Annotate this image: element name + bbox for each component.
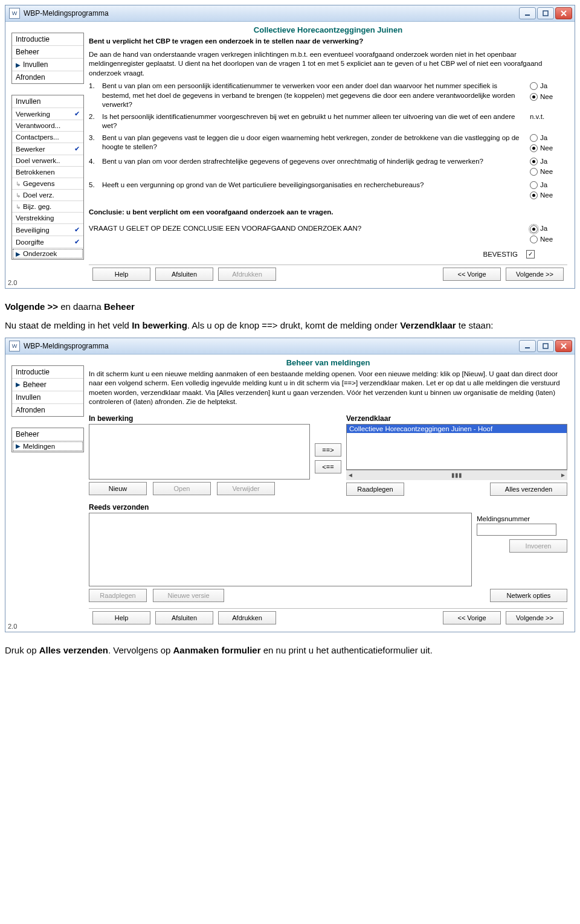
next-button[interactable]: Volgende >> [506, 268, 564, 281]
nav-sub-bijzgeg[interactable]: ↳Bijz. geg. [12, 201, 83, 213]
check-icon: ✔ [74, 110, 80, 118]
question-4: 4. Bent u van plan om voor derden strafr… [89, 157, 567, 178]
nav-sub-bewerker[interactable]: Bewerker✔ [12, 143, 83, 155]
subarrow-icon: ↳ [16, 181, 21, 187]
move-left-button[interactable]: <== [315, 460, 341, 473]
check-icon: ✔ [74, 238, 80, 246]
q4-nee[interactable]: Nee [530, 167, 567, 177]
afsluiten-button[interactable]: Afsluiten [155, 611, 213, 624]
nav-item-beheer[interactable]: Beheer [12, 46, 83, 59]
nieuwe-versie-button[interactable]: Nieuwe versie [153, 589, 224, 602]
afdrukken-button[interactable]: Afdrukken [218, 268, 276, 281]
svg-rect-2 [525, 347, 530, 348]
help-button[interactable]: Help [92, 268, 150, 281]
question-title: Bent u verplicht het CBP te vragen een o… [89, 37, 567, 47]
next-button[interactable]: Volgende >> [506, 611, 564, 624]
q1-nee[interactable]: Nee [530, 92, 567, 102]
minimize-button[interactable] [519, 7, 536, 19]
prev-button[interactable]: << Vorige [443, 611, 501, 624]
nav-sub-beveiliging[interactable]: Beveiliging✔ [12, 224, 83, 236]
q1-ja[interactable]: Ja [530, 82, 567, 91]
list-in-bewerking[interactable] [89, 424, 310, 480]
window-onderzoek: W WBP-Meldingsprogramma 2.0 Introductie … [5, 5, 575, 289]
nav-item-introductie[interactable]: Introductie [12, 33, 83, 46]
question-3: 3. Bent u van plan gegevens vast te legg… [89, 133, 567, 155]
afdrukken-button[interactable]: Afdrukken [218, 611, 276, 624]
afsluiten-button[interactable]: Afsluiten [155, 268, 213, 281]
final-nee[interactable]: Nee [530, 235, 567, 245]
help-button[interactable]: Help [92, 611, 150, 624]
maximize-button[interactable] [537, 7, 554, 19]
instruction-3: Druk op Alles verzenden. Vervolgens op A… [5, 644, 575, 656]
maximize-button[interactable] [537, 340, 554, 352]
label-verzendklaar: Verzendklaar [346, 414, 567, 423]
confirm-checkbox[interactable] [526, 250, 535, 258]
nav-sub-meldingen[interactable]: ▶Meldingen [12, 441, 83, 452]
raadplegen2-button[interactable]: Raadplegen [89, 589, 147, 602]
nav-sub-doelverz[interactable]: ↳Doel verz. [12, 190, 83, 201]
list-reeds-verzonden[interactable] [89, 513, 472, 586]
nav-sub-verwerking[interactable]: Verwerking✔ [12, 108, 83, 120]
nav-sub-header: Invullen [12, 95, 83, 108]
q3-ja[interactable]: Ja [530, 133, 567, 143]
verwijder-button[interactable]: Verwijder [217, 482, 275, 495]
version-label: 2.0 [8, 279, 17, 286]
scroll-right-icon[interactable]: ► [560, 472, 566, 478]
window-title: WBP-Meldingsprogramma [24, 9, 109, 18]
intro-text: De aan de hand van onderstaande vragen v… [89, 50, 567, 79]
open-button[interactable]: Open [153, 482, 211, 495]
titlebar[interactable]: W WBP-Meldingsprogramma [5, 338, 575, 355]
move-right-button[interactable]: ==> [315, 443, 341, 457]
check-icon: ✔ [74, 226, 80, 234]
q4-ja[interactable]: Ja [530, 157, 567, 167]
scroll-left-icon[interactable]: ◄ [347, 472, 353, 478]
nav-item-invullen[interactable]: ▶Invullen [12, 59, 83, 71]
nav-item-invullen[interactable]: Invullen [12, 391, 83, 404]
invoeren-button[interactable]: Invoeren [509, 539, 567, 553]
question-5: 5. Heeft u een vergunning op grond van d… [89, 181, 567, 202]
nieuw-button[interactable]: Nieuw [89, 482, 147, 495]
question-1: 1. Bent u van plan om een persoonlijk id… [89, 82, 567, 110]
list-verzendklaar[interactable]: Collectieve Horecaontzeggingen Juinen - … [346, 424, 567, 470]
alles-verzenden-button[interactable]: Alles verzenden [490, 483, 567, 496]
page-header: Collectieve Horecaontzeggingen Juinen [89, 24, 567, 37]
app-icon: W [9, 8, 20, 19]
nav-sub-onderzoek[interactable]: ▶Onderzoek [12, 248, 83, 259]
label-reeds-verzonden: Reeds verzonden [89, 503, 567, 512]
nav-item-afronden[interactable]: Afronden [12, 71, 83, 83]
svg-rect-0 [525, 14, 530, 16]
horizontal-scrollbar[interactable]: ◄▮▮▮► [346, 470, 567, 480]
q5-nee[interactable]: Nee [530, 191, 567, 201]
conclusion: Conclusie: u bent verplicht om een voora… [89, 208, 567, 217]
meldingsnummer-input[interactable] [477, 524, 556, 536]
nav-sub-betrokkenen[interactable]: Betrokkenen [12, 167, 83, 178]
nav-sub-gegevens[interactable]: ↳Gegevens [12, 178, 83, 190]
prev-button[interactable]: << Vorige [443, 268, 501, 281]
q5-ja[interactable]: Ja [530, 181, 567, 190]
nav-sub-verantwoord[interactable]: Verantwoord... [12, 120, 83, 132]
subarrow-icon: ↳ [16, 204, 21, 210]
q3-nee[interactable]: Nee [530, 144, 567, 153]
nav-sub-header: Beheer [12, 428, 83, 441]
nav-item-introductie[interactable]: Introductie [12, 366, 83, 379]
nav-sub-verstrekking[interactable]: Verstrekking [12, 213, 83, 224]
raadplegen-button[interactable]: Raadplegen [346, 483, 404, 496]
minimize-button[interactable] [519, 340, 536, 352]
nav-sub-doelverwerk[interactable]: Doel verwerk.. [12, 155, 83, 167]
nav-sub-doorgifte[interactable]: Doorgifte✔ [12, 236, 83, 248]
list-item[interactable]: Collectieve Horecaontzeggingen Juinen - … [347, 425, 567, 433]
nav-item-beheer[interactable]: ▶Beheer [12, 379, 83, 391]
nav-main: Introductie ▶Beheer Invullen Afronden [11, 365, 84, 417]
arrow-right-icon: ▶ [16, 251, 21, 257]
close-button[interactable] [555, 7, 572, 19]
nav-item-afronden[interactable]: Afronden [12, 404, 83, 416]
nav-sub-contactpers[interactable]: Contactpers... [12, 132, 83, 143]
final-ja[interactable]: Ja [530, 224, 567, 234]
netwerk-opties-button[interactable]: Netwerk opties [490, 589, 567, 602]
close-button[interactable] [555, 340, 572, 352]
window-beheer: W WBP-Meldingsprogramma 2.0 Introductie … [5, 338, 575, 632]
nav-sub: Invullen Verwerking✔ Verantwoord... Cont… [11, 95, 84, 260]
titlebar[interactable]: W WBP-Meldingsprogramma [5, 5, 575, 22]
window-title: WBP-Meldingsprogramma [24, 342, 109, 350]
nav-sub: Beheer ▶Meldingen [11, 428, 84, 452]
